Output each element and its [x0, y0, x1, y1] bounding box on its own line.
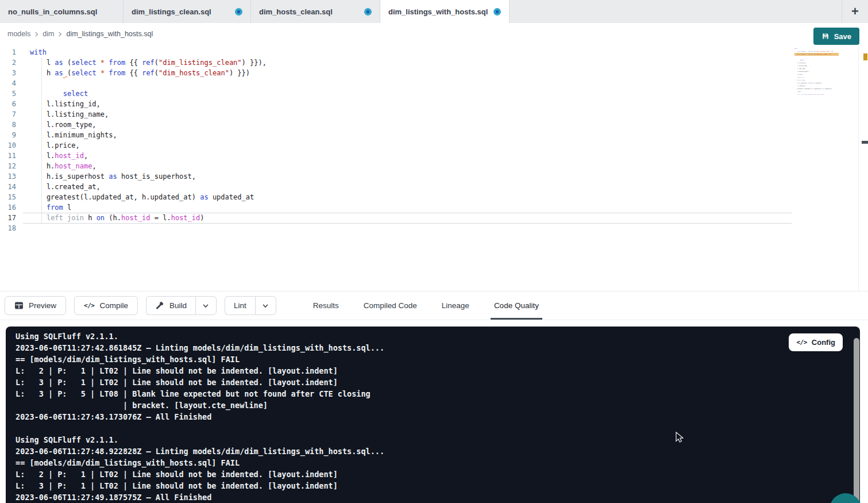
preview-button[interactable]: Preview	[5, 296, 66, 315]
tab-label: dim_listings_with_hosts.sql	[388, 7, 488, 16]
code-line[interactable]: from l	[23, 202, 868, 213]
code-line[interactable]: l.created_at,	[23, 182, 868, 192]
chevron-down-icon	[202, 302, 210, 310]
build-dropdown-button[interactable]	[195, 296, 217, 315]
result-tabs: Results Compiled Code Lineage Code Quali…	[310, 291, 560, 320]
tab-results[interactable]: Results	[310, 291, 342, 320]
code-editor[interactable]: 1with2 l as (select * from {{ ref("dim_l…	[0, 45, 868, 291]
code-line[interactable]	[23, 78, 868, 89]
line-number[interactable]: 1	[0, 47, 23, 57]
code-row: 2 l as (select * from {{ ref("dim_listin…	[0, 57, 868, 68]
line-number[interactable]: 13	[0, 171, 23, 182]
code-line[interactable]: l.host_id,	[23, 151, 868, 161]
lint-dropdown-button[interactable]	[255, 296, 276, 315]
save-label: Save	[834, 32, 851, 41]
code-row: 4	[0, 78, 868, 89]
code-line[interactable]: l.minimum_nights,	[23, 130, 868, 140]
scrollbar-cursor-mark[interactable]	[862, 141, 868, 144]
code-icon: </>	[796, 339, 807, 346]
line-number[interactable]: 11	[0, 151, 23, 161]
tab-no-nulls-in-columns[interactable]: no_nulls_in_columns.sql	[0, 0, 124, 23]
code-row: 1with	[0, 47, 868, 57]
code-row: 9 l.minimum_nights,	[0, 130, 868, 140]
floppy-disk-icon	[821, 32, 830, 40]
line-number[interactable]: 9	[0, 130, 23, 140]
code-line[interactable]: h.is_superhost as host_is_superhost,	[23, 171, 868, 182]
build-button[interactable]: Build	[146, 296, 195, 315]
code-lines: 1with2 l as (select * from {{ ref("dim_l…	[0, 45, 868, 233]
code-line[interactable]: l.price,	[23, 140, 868, 151]
lint-label: Lint	[234, 301, 246, 310]
line-number[interactable]: 6	[0, 99, 23, 109]
code-row: 18	[0, 223, 868, 233]
code-line[interactable]: l as (select * from {{ ref("dim_listings…	[23, 57, 868, 68]
indent-guide	[41, 57, 42, 223]
lint-button[interactable]: Lint	[225, 296, 255, 315]
line-number[interactable]: 12	[0, 161, 23, 171]
code-line[interactable]: h as (select * from {{ ref("dim_hosts_cl…	[23, 68, 868, 78]
terminal-scrollbar[interactable]	[854, 338, 859, 503]
tab-lineage[interactable]: Lineage	[438, 291, 473, 320]
code-line[interactable]	[23, 223, 868, 233]
code-row: 6 l.listing_id,	[0, 99, 868, 109]
line-number[interactable]: 18	[0, 223, 23, 233]
line-number[interactable]: 14	[0, 182, 23, 192]
tab-label: dim_listings_clean.sql	[132, 7, 211, 16]
line-number[interactable]: 16	[0, 202, 23, 213]
tab-dim-listings-clean[interactable]: dim_listings_clean.sql	[124, 0, 251, 23]
active-line-border	[23, 223, 792, 224]
code-line[interactable]: select	[23, 89, 868, 99]
new-tab-button[interactable]: +	[842, 0, 868, 23]
code-row: 8 l.room_type,	[0, 120, 868, 130]
line-number[interactable]: 7	[0, 109, 23, 120]
scrollbar-lint-warning-mark	[863, 53, 867, 60]
line-number[interactable]: 2	[0, 57, 23, 68]
config-button[interactable]: </> Config	[789, 333, 843, 351]
code-row: 12 h.host_name,	[0, 161, 868, 171]
code-row: 5 select	[0, 89, 868, 99]
code-line[interactable]: greatest(l.updated_at, h.updated_at) as …	[23, 192, 868, 202]
breadcrumb-models[interactable]: models	[7, 30, 30, 38]
compile-button[interactable]: </> Compile	[74, 296, 138, 315]
line-number[interactable]: 10	[0, 140, 23, 151]
active-line-border	[23, 213, 792, 213]
line-number[interactable]: 4	[0, 78, 23, 89]
hammer-icon	[155, 301, 164, 310]
code-row: 11 l.host_id,	[0, 151, 868, 161]
code-line[interactable]: with	[23, 47, 868, 57]
tab-dim-listings-with-hosts[interactable]: dim_listings_with_hosts.sql	[380, 0, 510, 23]
code-line[interactable]: l.room_type,	[23, 120, 868, 130]
unsaved-changes-dot-icon[interactable]	[493, 8, 501, 16]
line-number[interactable]: 5	[0, 89, 23, 99]
editor-scrollbar-track	[858, 45, 859, 291]
plus-icon: +	[851, 4, 859, 19]
tab-code-quality[interactable]: Code Quality	[491, 291, 542, 320]
compile-label: Compile	[99, 301, 128, 310]
table-icon	[14, 301, 24, 310]
config-label: Config	[812, 338, 835, 347]
line-number[interactable]: 17	[0, 213, 23, 223]
lint-split-button: Lint	[225, 296, 276, 315]
tab-compiled-code[interactable]: Compiled Code	[360, 291, 421, 320]
breadcrumb-dim[interactable]: dim	[43, 30, 54, 38]
line-number[interactable]: 15	[0, 192, 23, 202]
tab-dim-hosts-clean[interactable]: dim_hosts_clean.sql	[251, 0, 380, 23]
save-button[interactable]: Save	[813, 28, 859, 45]
code-line[interactable]: l.listing_name,	[23, 109, 868, 120]
code-row: 15 greatest(l.updated_at, h.updated_at) …	[0, 192, 868, 202]
code-row: 10 l.price,	[0, 140, 868, 151]
code-line[interactable]: l.listing_id,	[23, 99, 868, 109]
unsaved-changes-dot-icon[interactable]	[364, 8, 372, 16]
chevron-right-icon	[34, 32, 39, 37]
line-number[interactable]: 8	[0, 120, 23, 130]
breadcrumb-file[interactable]: dim_listings_with_hosts.sql	[66, 30, 153, 38]
code-line[interactable]: h.host_name,	[23, 161, 868, 171]
minimap[interactable]: with l as (select * from {{ ref("dim_lis…	[794, 47, 839, 99]
line-number[interactable]: 3	[0, 68, 23, 78]
code-row: 7 l.listing_name,	[0, 109, 868, 120]
code-line[interactable]: left join h on (h.host_id = l.host_id)	[23, 213, 868, 223]
breadcrumb-bar: models dim dim_listings_with_hosts.sql S…	[0, 23, 868, 45]
minimap-line	[794, 96, 839, 99]
build-split-button: Build	[146, 296, 217, 315]
unsaved-changes-dot-icon[interactable]	[235, 8, 242, 16]
